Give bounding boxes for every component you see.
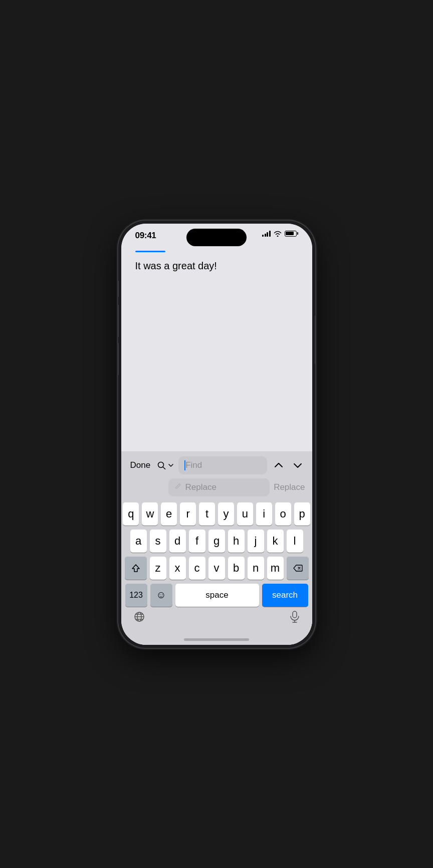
replace-input[interactable]: Replace bbox=[168, 478, 270, 496]
key-g[interactable]: g bbox=[208, 530, 225, 553]
key-v[interactable]: v bbox=[208, 557, 225, 580]
search-options-button[interactable] bbox=[156, 461, 174, 469]
key-row-3: z x c v b n m bbox=[123, 557, 310, 580]
navigate-up-button[interactable] bbox=[271, 459, 286, 472]
microphone-icon bbox=[289, 611, 300, 623]
search-icon bbox=[157, 461, 167, 469]
keyboard: q w e r t y u i o p a s d f g bbox=[121, 499, 312, 645]
volume-down-button bbox=[118, 343, 119, 375]
search-key[interactable]: search bbox=[262, 584, 308, 607]
progress-line bbox=[135, 251, 165, 252]
key-h[interactable]: h bbox=[228, 530, 245, 553]
key-l[interactable]: l bbox=[287, 530, 303, 553]
bottom-row: 123 ☺ space search bbox=[123, 584, 310, 607]
globe-icon bbox=[133, 611, 145, 623]
mute-button bbox=[118, 281, 119, 297]
key-e[interactable]: e bbox=[161, 502, 177, 526]
key-r[interactable]: r bbox=[180, 502, 196, 526]
keyboard-rows: q w e r t y u i o p a s d f g bbox=[121, 499, 312, 607]
key-z[interactable]: z bbox=[150, 557, 166, 580]
key-row-1: q w e r t y u i o p bbox=[123, 502, 310, 526]
key-n[interactable]: n bbox=[248, 557, 264, 580]
numbers-key[interactable]: 123 bbox=[125, 584, 147, 607]
key-c[interactable]: c bbox=[189, 557, 205, 580]
key-u[interactable]: u bbox=[237, 502, 253, 526]
shift-icon bbox=[131, 564, 140, 573]
done-button[interactable]: Done bbox=[128, 460, 153, 470]
svg-line-1 bbox=[163, 467, 165, 469]
microphone-button[interactable] bbox=[289, 611, 300, 624]
find-input[interactable]: Find bbox=[178, 456, 267, 474]
replace-placeholder: Replace bbox=[185, 482, 216, 492]
dynamic-island bbox=[186, 229, 247, 246]
key-m[interactable]: m bbox=[267, 557, 284, 580]
home-indicator bbox=[184, 638, 249, 641]
shift-key[interactable] bbox=[125, 557, 147, 580]
key-p[interactable]: p bbox=[294, 502, 310, 526]
key-b[interactable]: b bbox=[228, 557, 245, 580]
replace-button[interactable]: Replace bbox=[274, 482, 305, 492]
status-icons bbox=[262, 231, 298, 237]
key-s[interactable]: s bbox=[150, 530, 166, 553]
key-a[interactable]: a bbox=[130, 530, 147, 553]
pencil-icon bbox=[174, 483, 181, 492]
key-q[interactable]: q bbox=[123, 502, 139, 526]
key-k[interactable]: k bbox=[267, 530, 284, 553]
navigate-down-button[interactable] bbox=[290, 459, 305, 472]
battery-icon bbox=[285, 231, 298, 237]
chevron-up-icon bbox=[274, 462, 283, 469]
key-j[interactable]: j bbox=[248, 530, 264, 553]
power-button bbox=[315, 316, 315, 364]
keyboard-bottom-bar bbox=[121, 607, 312, 627]
key-row-2: a s d f g h j k l bbox=[123, 530, 310, 553]
find-replace-bar: Done Find bbox=[121, 451, 312, 499]
emoji-icon: ☺ bbox=[156, 589, 166, 601]
wifi-icon bbox=[274, 231, 282, 237]
key-i[interactable]: i bbox=[256, 502, 272, 526]
chevron-down-icon bbox=[168, 463, 173, 467]
key-o[interactable]: o bbox=[275, 502, 291, 526]
find-row: Done Find bbox=[128, 456, 305, 474]
key-x[interactable]: x bbox=[169, 557, 186, 580]
replace-row: Replace Replace bbox=[168, 478, 305, 496]
status-time: 09:41 bbox=[135, 231, 156, 241]
key-d[interactable]: d bbox=[169, 530, 186, 553]
svg-rect-7 bbox=[293, 611, 297, 618]
signal-icon bbox=[262, 231, 271, 237]
key-t[interactable]: t bbox=[199, 502, 215, 526]
note-content: It was a great day! bbox=[121, 251, 312, 273]
delete-icon bbox=[293, 564, 303, 572]
globe-button[interactable] bbox=[133, 611, 145, 624]
chevron-down-nav-icon bbox=[293, 462, 302, 469]
find-placeholder: Find bbox=[185, 460, 202, 470]
key-y[interactable]: y bbox=[218, 502, 234, 526]
delete-key[interactable] bbox=[287, 557, 309, 580]
phone-screen: 09:41 bbox=[121, 224, 312, 645]
key-w[interactable]: w bbox=[142, 502, 158, 526]
phone-frame: 09:41 bbox=[118, 221, 315, 648]
space-key[interactable]: space bbox=[175, 584, 259, 607]
key-f[interactable]: f bbox=[189, 530, 205, 553]
emoji-key[interactable]: ☺ bbox=[150, 584, 172, 607]
volume-up-button bbox=[118, 305, 119, 337]
